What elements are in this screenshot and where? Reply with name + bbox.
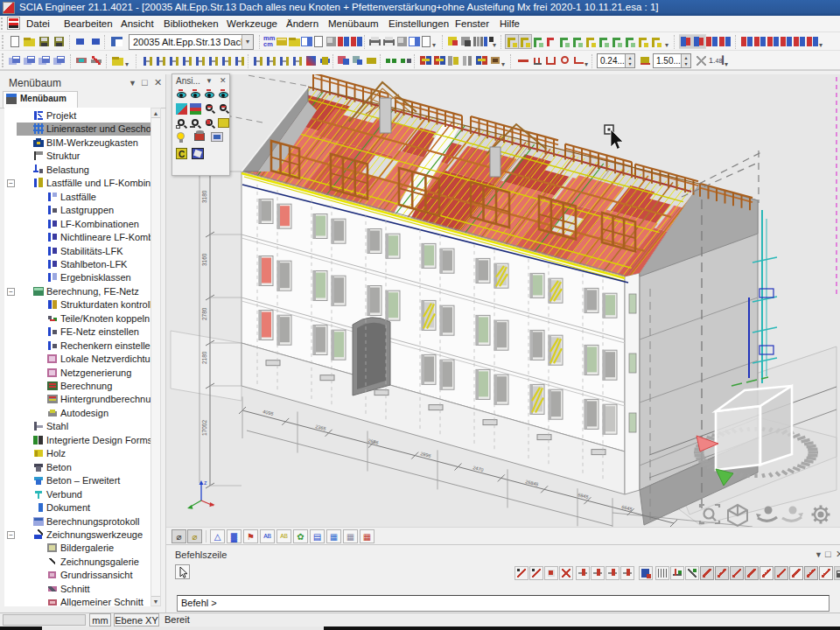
svg-text:2780: 2780 (201, 307, 207, 320)
svg-text:3160: 3160 (201, 253, 207, 266)
svg-text:17002: 17002 (201, 420, 207, 436)
svg-text:2180: 2180 (201, 351, 207, 364)
svg-text:z: z (204, 480, 207, 486)
svg-text:3180: 3180 (201, 190, 207, 203)
